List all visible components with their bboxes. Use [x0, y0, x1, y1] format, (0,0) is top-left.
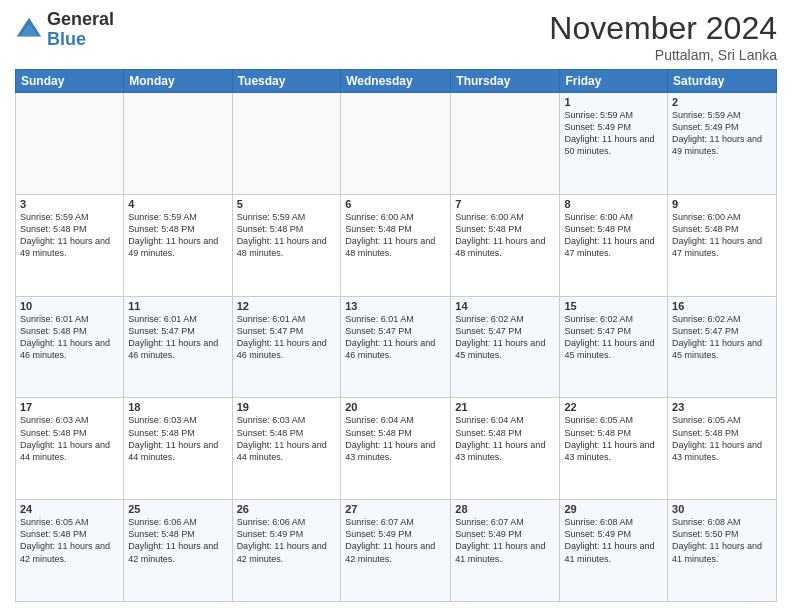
cell-w3-d7: 16Sunrise: 6:02 AM Sunset: 5:47 PM Dayli…: [668, 296, 777, 398]
logo: General Blue: [15, 10, 114, 50]
cell-w1-d2: [124, 93, 232, 195]
cell-w5-d5: 28Sunrise: 6:07 AM Sunset: 5:49 PM Dayli…: [451, 500, 560, 602]
calendar-header: Sunday Monday Tuesday Wednesday Thursday…: [16, 70, 777, 93]
day-info: Sunrise: 6:04 AM Sunset: 5:48 PM Dayligh…: [345, 414, 446, 463]
day-number: 5: [237, 198, 337, 210]
week-row-3: 10Sunrise: 6:01 AM Sunset: 5:48 PM Dayli…: [16, 296, 777, 398]
day-number: 3: [20, 198, 119, 210]
header: General Blue November 2024 Puttalam, Sri…: [15, 10, 777, 63]
day-number: 7: [455, 198, 555, 210]
cell-w4-d7: 23Sunrise: 6:05 AM Sunset: 5:48 PM Dayli…: [668, 398, 777, 500]
day-number: 2: [672, 96, 772, 108]
calendar-table: Sunday Monday Tuesday Wednesday Thursday…: [15, 69, 777, 602]
cell-w2-d4: 6Sunrise: 6:00 AM Sunset: 5:48 PM Daylig…: [341, 194, 451, 296]
cell-w4-d2: 18Sunrise: 6:03 AM Sunset: 5:48 PM Dayli…: [124, 398, 232, 500]
day-number: 25: [128, 503, 227, 515]
day-info: Sunrise: 6:02 AM Sunset: 5:47 PM Dayligh…: [672, 313, 772, 362]
cell-w5-d1: 24Sunrise: 6:05 AM Sunset: 5:48 PM Dayli…: [16, 500, 124, 602]
day-info: Sunrise: 6:00 AM Sunset: 5:48 PM Dayligh…: [345, 211, 446, 260]
day-info: Sunrise: 6:06 AM Sunset: 5:48 PM Dayligh…: [128, 516, 227, 565]
day-info: Sunrise: 5:59 AM Sunset: 5:49 PM Dayligh…: [564, 109, 663, 158]
day-info: Sunrise: 6:01 AM Sunset: 5:48 PM Dayligh…: [20, 313, 119, 362]
cell-w4-d6: 22Sunrise: 6:05 AM Sunset: 5:48 PM Dayli…: [560, 398, 668, 500]
day-info: Sunrise: 6:03 AM Sunset: 5:48 PM Dayligh…: [20, 414, 119, 463]
day-info: Sunrise: 6:05 AM Sunset: 5:48 PM Dayligh…: [672, 414, 772, 463]
cell-w3-d3: 12Sunrise: 6:01 AM Sunset: 5:47 PM Dayli…: [232, 296, 341, 398]
day-info: Sunrise: 6:00 AM Sunset: 5:48 PM Dayligh…: [455, 211, 555, 260]
col-monday: Monday: [124, 70, 232, 93]
day-number: 27: [345, 503, 446, 515]
cell-w1-d6: 1Sunrise: 5:59 AM Sunset: 5:49 PM Daylig…: [560, 93, 668, 195]
day-info: Sunrise: 6:06 AM Sunset: 5:49 PM Dayligh…: [237, 516, 337, 565]
cell-w5-d2: 25Sunrise: 6:06 AM Sunset: 5:48 PM Dayli…: [124, 500, 232, 602]
day-info: Sunrise: 6:02 AM Sunset: 5:47 PM Dayligh…: [455, 313, 555, 362]
cell-w2-d1: 3Sunrise: 5:59 AM Sunset: 5:48 PM Daylig…: [16, 194, 124, 296]
logo-text: General Blue: [47, 10, 114, 50]
cell-w1-d1: [16, 93, 124, 195]
day-number: 18: [128, 401, 227, 413]
day-number: 17: [20, 401, 119, 413]
day-number: 9: [672, 198, 772, 210]
cell-w2-d6: 8Sunrise: 6:00 AM Sunset: 5:48 PM Daylig…: [560, 194, 668, 296]
day-number: 1: [564, 96, 663, 108]
cell-w4-d1: 17Sunrise: 6:03 AM Sunset: 5:48 PM Dayli…: [16, 398, 124, 500]
day-number: 29: [564, 503, 663, 515]
week-row-1: 1Sunrise: 5:59 AM Sunset: 5:49 PM Daylig…: [16, 93, 777, 195]
logo-blue: Blue: [47, 30, 114, 50]
page: General Blue November 2024 Puttalam, Sri…: [0, 0, 792, 612]
day-info: Sunrise: 6:01 AM Sunset: 5:47 PM Dayligh…: [237, 313, 337, 362]
day-number: 30: [672, 503, 772, 515]
day-info: Sunrise: 6:07 AM Sunset: 5:49 PM Dayligh…: [455, 516, 555, 565]
cell-w2-d7: 9Sunrise: 6:00 AM Sunset: 5:48 PM Daylig…: [668, 194, 777, 296]
day-number: 4: [128, 198, 227, 210]
day-number: 6: [345, 198, 446, 210]
week-row-2: 3Sunrise: 5:59 AM Sunset: 5:48 PM Daylig…: [16, 194, 777, 296]
cell-w5-d4: 27Sunrise: 6:07 AM Sunset: 5:49 PM Dayli…: [341, 500, 451, 602]
col-friday: Friday: [560, 70, 668, 93]
col-saturday: Saturday: [668, 70, 777, 93]
cell-w1-d3: [232, 93, 341, 195]
cell-w3-d6: 15Sunrise: 6:02 AM Sunset: 5:47 PM Dayli…: [560, 296, 668, 398]
day-number: 15: [564, 300, 663, 312]
day-number: 26: [237, 503, 337, 515]
col-sunday: Sunday: [16, 70, 124, 93]
day-info: Sunrise: 5:59 AM Sunset: 5:49 PM Dayligh…: [672, 109, 772, 158]
day-number: 23: [672, 401, 772, 413]
calendar-body: 1Sunrise: 5:59 AM Sunset: 5:49 PM Daylig…: [16, 93, 777, 602]
col-wednesday: Wednesday: [341, 70, 451, 93]
day-info: Sunrise: 6:02 AM Sunset: 5:47 PM Dayligh…: [564, 313, 663, 362]
day-info: Sunrise: 6:01 AM Sunset: 5:47 PM Dayligh…: [128, 313, 227, 362]
day-info: Sunrise: 6:03 AM Sunset: 5:48 PM Dayligh…: [237, 414, 337, 463]
cell-w4-d4: 20Sunrise: 6:04 AM Sunset: 5:48 PM Dayli…: [341, 398, 451, 500]
col-tuesday: Tuesday: [232, 70, 341, 93]
day-number: 16: [672, 300, 772, 312]
day-number: 14: [455, 300, 555, 312]
day-info: Sunrise: 6:00 AM Sunset: 5:48 PM Dayligh…: [672, 211, 772, 260]
logo-icon: [15, 16, 43, 44]
col-thursday: Thursday: [451, 70, 560, 93]
cell-w1-d4: [341, 93, 451, 195]
day-number: 10: [20, 300, 119, 312]
logo-general: General: [47, 10, 114, 30]
day-info: Sunrise: 5:59 AM Sunset: 5:48 PM Dayligh…: [20, 211, 119, 260]
day-number: 11: [128, 300, 227, 312]
day-info: Sunrise: 6:05 AM Sunset: 5:48 PM Dayligh…: [20, 516, 119, 565]
day-number: 13: [345, 300, 446, 312]
cell-w3-d2: 11Sunrise: 6:01 AM Sunset: 5:47 PM Dayli…: [124, 296, 232, 398]
day-info: Sunrise: 6:04 AM Sunset: 5:48 PM Dayligh…: [455, 414, 555, 463]
day-number: 24: [20, 503, 119, 515]
cell-w1-d7: 2Sunrise: 5:59 AM Sunset: 5:49 PM Daylig…: [668, 93, 777, 195]
week-row-5: 24Sunrise: 6:05 AM Sunset: 5:48 PM Dayli…: [16, 500, 777, 602]
cell-w5-d7: 30Sunrise: 6:08 AM Sunset: 5:50 PM Dayli…: [668, 500, 777, 602]
cell-w1-d5: [451, 93, 560, 195]
cell-w5-d6: 29Sunrise: 6:08 AM Sunset: 5:49 PM Dayli…: [560, 500, 668, 602]
cell-w4-d5: 21Sunrise: 6:04 AM Sunset: 5:48 PM Dayli…: [451, 398, 560, 500]
month-title: November 2024: [549, 10, 777, 47]
day-number: 8: [564, 198, 663, 210]
cell-w3-d4: 13Sunrise: 6:01 AM Sunset: 5:47 PM Dayli…: [341, 296, 451, 398]
day-info: Sunrise: 6:05 AM Sunset: 5:48 PM Dayligh…: [564, 414, 663, 463]
cell-w2-d2: 4Sunrise: 5:59 AM Sunset: 5:48 PM Daylig…: [124, 194, 232, 296]
cell-w2-d3: 5Sunrise: 5:59 AM Sunset: 5:48 PM Daylig…: [232, 194, 341, 296]
day-number: 12: [237, 300, 337, 312]
header-row: Sunday Monday Tuesday Wednesday Thursday…: [16, 70, 777, 93]
